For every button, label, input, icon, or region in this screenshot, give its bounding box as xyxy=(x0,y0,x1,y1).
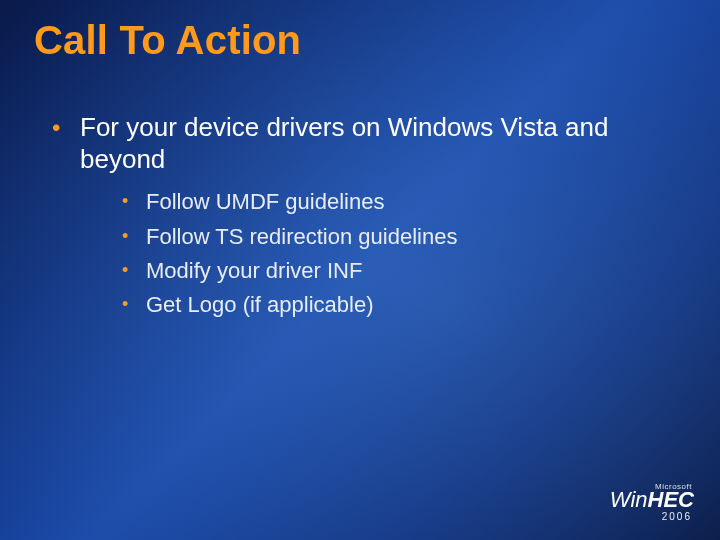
slide-title: Call To Action xyxy=(34,18,301,63)
bullet-level2: Get Logo (if applicable) xyxy=(120,288,680,322)
winhec-logo: Microsoft WinHEC 2006 xyxy=(610,482,694,522)
logo-vendor: Microsoft xyxy=(610,482,692,491)
sub-bullet-list: Follow UMDF guidelines Follow TS redirec… xyxy=(120,185,680,321)
bullet-level2: Modify your driver INF xyxy=(120,254,680,288)
bullet-level2: Follow TS redirection guidelines xyxy=(120,220,680,254)
logo-name: WinHEC xyxy=(610,489,694,511)
bullet-level2: Follow UMDF guidelines xyxy=(120,185,680,219)
slide-content: For your device drivers on Windows Vista… xyxy=(48,112,680,336)
slide: Call To Action For your device drivers o… xyxy=(0,0,720,540)
logo-year: 2006 xyxy=(610,511,692,522)
bullet-level1-text: For your device drivers on Windows Vista… xyxy=(80,112,680,175)
bullet-level1: For your device drivers on Windows Vista… xyxy=(48,112,680,322)
